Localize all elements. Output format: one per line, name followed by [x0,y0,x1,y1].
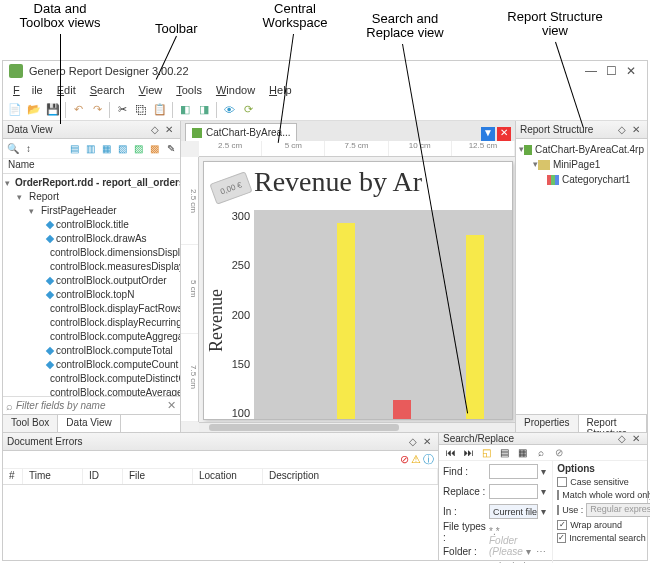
highlight-icon[interactable]: ◱ [479,445,494,460]
tool-icon-2[interactable]: ◨ [195,101,213,119]
doc-icon [192,128,202,138]
view2-icon[interactable]: ▥ [83,141,98,156]
view3-icon[interactable]: ▦ [99,141,114,156]
refresh-icon[interactable]: ⟳ [239,101,257,119]
replace-dropdown-icon[interactable]: ▾ [538,486,548,497]
de-float-icon[interactable]: ◇ [406,436,420,447]
report-structure-panel: Report Structure ◇ ✕ ▾CatChart-ByAreaCat… [515,121,647,432]
error-icon[interactable]: ⊘ [400,453,409,466]
view6-icon[interactable]: ▩ [147,141,162,156]
view1-icon[interactable]: ▤ [67,141,82,156]
replace-all-icon[interactable]: ▦ [515,445,530,460]
tree-header-name: Name [3,159,180,174]
copy-icon[interactable]: ⿻ [132,101,150,119]
annotation-data-toolbox: Data andToolbox views [10,2,110,31]
edit-icon[interactable]: ✎ [163,141,178,156]
case-checkbox[interactable] [557,477,567,487]
price-tag[interactable]: 0,00 € [209,171,252,205]
report-page[interactable]: 0,00 € Revenue by Ar Revenue 30025020015… [203,161,513,420]
preview-icon[interactable]: 👁 [220,101,238,119]
sort-icon[interactable]: ↕ [21,141,36,156]
central-workspace: CatChart-ByArea... ▼ ✕ 2.5 cm5 cm7.5 cm1… [181,121,515,432]
menu-search[interactable]: Search [84,83,131,97]
menu-help[interactable]: Help [263,83,298,97]
tab-toolbox[interactable]: Tool Box [3,415,58,432]
chart-title[interactable]: Revenue by Ar [254,166,422,198]
chart-plot-area[interactable] [254,210,512,419]
search-files-icon[interactable]: ⌕ [533,445,548,460]
data-tree[interactable]: ▾OrderReport.rdd - report_all_orders ▾Re… [3,174,180,396]
sr-close-icon[interactable]: ✕ [629,433,643,444]
find-input[interactable] [489,464,538,479]
doc-expand-icon[interactable]: ▼ [481,127,495,141]
panel-close-icon[interactable]: ✕ [162,124,176,135]
document-errors-panel: Document Errors ◇ ✕ ⊘ ⚠ ⓘ # Time ID File… [3,433,439,560]
bar-1[interactable] [337,223,355,419]
find-prev-icon[interactable]: ⏮ [443,445,458,460]
filter-input[interactable] [16,400,165,411]
tab-report-structure[interactable]: Report Structure [579,415,647,432]
folder-field[interactable]: Folder (Please ... [489,535,526,563]
open-icon[interactable]: 📂 [25,101,43,119]
replace-one-icon[interactable]: ▤ [497,445,512,460]
close-button[interactable]: ✕ [621,64,641,78]
whole-word-checkbox[interactable] [557,490,559,500]
annotation-report-struct: Report Structureview [490,10,620,39]
replace-input[interactable] [489,484,538,499]
error-list[interactable] [3,485,438,560]
redo-icon[interactable]: ↷ [88,101,106,119]
filter-clear-icon[interactable]: ✕ [165,399,177,412]
doc-errors-title: Document Errors [7,436,83,447]
menu-window[interactable]: Window [210,83,261,97]
y-axis-label: Revenue [206,232,226,409]
doc-close-icon[interactable]: ✕ [497,127,511,141]
cut-icon[interactable]: ✂ [113,101,131,119]
paste-icon[interactable]: 📋 [151,101,169,119]
find-dropdown-icon[interactable]: ▾ [538,466,548,477]
rs-close-icon[interactable]: ✕ [629,124,643,135]
horizontal-scrollbar[interactable] [199,422,515,432]
warning-icon[interactable]: ⚠ [411,453,421,466]
filter-icon[interactable]: ⌕ [6,400,13,412]
search-icon[interactable]: 🔍 [5,141,20,156]
sr-float-icon[interactable]: ◇ [615,433,629,444]
tab-dataview[interactable]: Data View [58,415,120,432]
menu-view[interactable]: View [133,83,169,97]
undo-icon[interactable]: ↶ [69,101,87,119]
wrap-checkbox[interactable]: ✓ [557,520,567,530]
rpt-icon [524,145,532,155]
panel-float-icon[interactable]: ◇ [148,124,162,135]
find-next-icon[interactable]: ⏭ [461,445,476,460]
incremental-checkbox[interactable]: ✓ [557,533,566,543]
browse-icon[interactable]: ⋯ [536,546,548,557]
tool-icon-1[interactable]: ◧ [176,101,194,119]
titlebar: Genero Report Designer 3.00.22 — ☐ ✕ [3,61,647,81]
report-structure-tree[interactable]: ▾CatChart-ByAreaCat.4rp ▾MiniPage1 Categ… [516,139,647,414]
minimize-button[interactable]: — [581,64,601,78]
rs-float-icon[interactable]: ◇ [615,124,629,135]
menu-edit[interactable]: Edit [51,83,82,97]
menu-file[interactable]: File [7,83,49,97]
in-combo[interactable]: Current file [489,504,538,519]
menu-tools[interactable]: Tools [170,83,208,97]
info-icon[interactable]: ⓘ [423,452,434,467]
chart-icon [547,175,559,185]
data-view-toolbar: 🔍 ↕ ▤ ▥ ▦ ▧ ▨ ▩ ✎ [3,139,180,159]
stop-icon[interactable]: ⊘ [551,445,566,460]
tab-properties[interactable]: Properties [516,415,579,432]
use-checkbox[interactable] [557,505,559,515]
ruler-vertical: 2.5 cm5 cm7.5 cm [181,157,199,422]
bar-2[interactable] [393,400,411,419]
y-axis-ticks: 300250200150100 [226,210,254,419]
data-view-title: Data View [7,124,52,135]
canvas[interactable]: 2.5 cm5 cm7.5 cm10 cm12.5 cm 2.5 cm5 cm7… [181,141,515,432]
error-columns: # Time ID File Location Description [3,469,438,485]
new-icon[interactable]: 📄 [6,101,24,119]
use-select[interactable]: Regular expres [586,503,650,517]
de-close-icon[interactable]: ✕ [420,436,434,447]
maximize-button[interactable]: ☐ [601,64,621,78]
ruler-horizontal: 2.5 cm5 cm7.5 cm10 cm12.5 cm [199,141,515,157]
view5-icon[interactable]: ▨ [131,141,146,156]
bar-3[interactable] [466,235,484,419]
view4-icon[interactable]: ▧ [115,141,130,156]
